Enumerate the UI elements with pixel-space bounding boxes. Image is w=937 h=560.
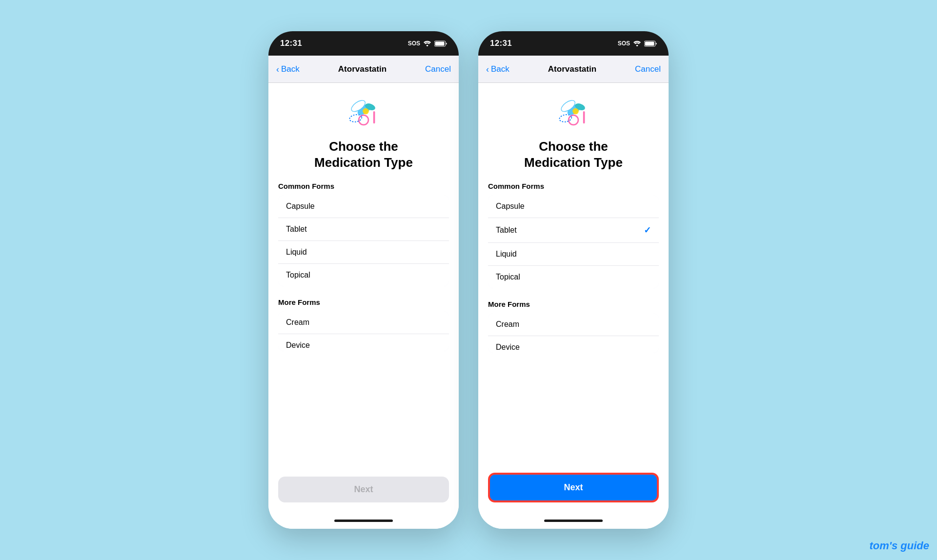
sos-label-1: SOS [408, 40, 420, 47]
cancel-button-1[interactable]: Cancel [425, 64, 451, 74]
svg-rect-1 [435, 41, 445, 45]
home-indicator-2 [478, 512, 669, 529]
next-button-2[interactable]: Next [488, 473, 659, 502]
next-button-1: Next [278, 477, 449, 502]
nav-bar-1: ‹ Back Atorvastatin Cancel [268, 56, 459, 83]
list-item-cream-1[interactable]: Cream [278, 311, 449, 334]
tablet-label-1: Tablet [286, 225, 307, 234]
list-item-device-2[interactable]: Device [488, 336, 659, 353]
list-item-tablet-1[interactable]: Tablet [278, 218, 449, 241]
list-item-topical-2[interactable]: Topical [488, 266, 659, 288]
list-item-cream-2[interactable]: Cream [488, 313, 659, 336]
more-forms-list-2: Cream Device [488, 313, 659, 353]
scroll-area-1: Choose theMedication Type Common Forms C… [268, 83, 459, 471]
capsule-label-2: Capsule [496, 202, 525, 211]
more-forms-list-1: Cream Device [278, 311, 449, 351]
common-forms-list-2: Capsule Tablet ✓ Liquid Topical [488, 195, 659, 288]
capsule-label-1: Capsule [286, 202, 315, 211]
sos-label-2: SOS [618, 40, 630, 47]
content-1: Choose theMedication Type Common Forms C… [268, 83, 459, 529]
page-title-1: Choose theMedication Type [278, 139, 449, 170]
back-chevron-2: ‹ [486, 65, 489, 74]
list-item-tablet-2[interactable]: Tablet ✓ [488, 218, 659, 243]
status-icons-2: SOS [618, 40, 657, 47]
list-item-device-1[interactable]: Device [278, 334, 449, 351]
svg-rect-17 [583, 111, 585, 123]
list-item-capsule-2[interactable]: Capsule [488, 195, 659, 218]
wifi-icon-2 [633, 40, 641, 47]
common-forms-list-1: Capsule Tablet Liquid Topical [278, 195, 449, 286]
topical-label-1: Topical [286, 271, 310, 280]
medication-icon-1 [278, 97, 449, 131]
home-bar-2 [544, 520, 603, 522]
content-2: Choose theMedication Type Common Forms C… [478, 83, 669, 529]
medication-icon-2 [488, 97, 659, 131]
list-item-liquid-2[interactable]: Liquid [488, 243, 659, 266]
page-title-2: Choose theMedication Type [488, 139, 659, 170]
topical-label-2: Topical [496, 273, 520, 281]
back-label-1: Back [281, 64, 300, 74]
nav-title-2: Atorvastatin [548, 64, 596, 74]
common-forms-label-1: Common Forms [278, 182, 449, 190]
svg-rect-10 [645, 41, 654, 45]
svg-point-16 [559, 114, 572, 123]
home-bar-1 [334, 520, 393, 522]
svg-point-7 [349, 114, 362, 123]
status-bar-2: 12:31 SOS [478, 31, 669, 56]
cancel-button-2[interactable]: Cancel [635, 64, 661, 74]
more-forms-label-2: More Forms [488, 300, 659, 308]
nav-title-1: Atorvastatin [338, 64, 387, 74]
list-item-topical-1[interactable]: Topical [278, 264, 449, 286]
scroll-area-2: Choose theMedication Type Common Forms C… [478, 83, 669, 467]
wifi-icon-1 [423, 40, 431, 47]
bottom-area-2: Next [478, 467, 669, 512]
list-item-liquid-1[interactable]: Liquid [278, 241, 449, 264]
back-label-2: Back [491, 64, 509, 74]
back-button-2[interactable]: ‹ Back [486, 64, 509, 74]
status-bar-1: 12:31 SOS [268, 31, 459, 56]
back-button-1[interactable]: ‹ Back [276, 64, 300, 74]
more-forms-label-1: More Forms [278, 298, 449, 306]
battery-icon-1 [434, 40, 447, 47]
status-time-2: 12:31 [490, 39, 512, 48]
liquid-label-2: Liquid [496, 250, 517, 259]
status-time-1: 12:31 [280, 39, 302, 48]
home-indicator-1 [268, 512, 459, 529]
battery-icon-2 [644, 40, 657, 47]
svg-rect-8 [373, 111, 375, 123]
status-icons-1: SOS [408, 40, 447, 47]
bottom-area-1: Next [268, 471, 459, 512]
nav-bar-2: ‹ Back Atorvastatin Cancel [478, 56, 669, 83]
liquid-label-1: Liquid [286, 248, 307, 257]
tablet-label-2: Tablet [496, 226, 517, 235]
tablet-checkmark-2: ✓ [644, 225, 651, 236]
phone-1: 12:31 SOS ‹ Back Atorvastatin Cancel [268, 31, 459, 529]
watermark: tom's guide [869, 540, 929, 552]
list-item-capsule-1[interactable]: Capsule [278, 195, 449, 218]
back-chevron-1: ‹ [276, 65, 279, 74]
phone-2: 12:31 SOS ‹ Back Atorvastatin Cancel [478, 31, 669, 529]
common-forms-label-2: Common Forms [488, 182, 659, 190]
